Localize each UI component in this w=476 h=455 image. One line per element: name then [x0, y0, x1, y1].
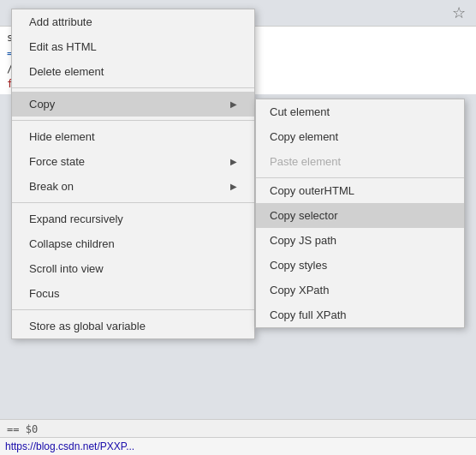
menu-item-cut-element[interactable]: Cut element	[256, 99, 464, 124]
menu-separator-4	[12, 309, 254, 310]
menu-item-break-on[interactable]: Break on ▶	[12, 174, 254, 199]
menu-separator-3	[12, 202, 254, 203]
menu-separator-2	[12, 120, 254, 121]
force-state-arrow-icon: ▶	[230, 157, 237, 166]
menu-item-force-state[interactable]: Force state ▶	[12, 149, 254, 174]
copy-arrow-icon: ▶	[230, 99, 237, 109]
browser-background: ☆ s = / f Add attribute Edit as HTML Del…	[0, 0, 476, 455]
menu-item-delete-element[interactable]: Delete element	[12, 59, 254, 84]
devtools-bottom-bar: == $0	[0, 419, 476, 438]
menu-item-expand-recursively[interactable]: Expand recursively	[12, 207, 254, 231]
context-menu-right: Cut element Copy element Paste element C…	[255, 99, 465, 328]
menu-item-copy-outerhtml[interactable]: Copy outerHTML	[256, 177, 464, 203]
break-on-arrow-icon: ▶	[230, 182, 237, 191]
menu-item-scroll-into-view[interactable]: Scroll into view	[12, 256, 254, 281]
menu-item-copy-js-path[interactable]: Copy JS path	[256, 228, 464, 253]
menu-item-copy-full-xpath[interactable]: Copy full XPath	[256, 302, 464, 327]
menu-separator-1	[12, 87, 254, 88]
menu-item-copy-element[interactable]: Copy element	[256, 124, 464, 149]
menu-item-copy[interactable]: Copy ▶	[12, 92, 254, 117]
url-text: https://blog.csdn.net/PXXP...	[5, 440, 134, 452]
context-menu-left: Add attribute Edit as HTML Delete elemen…	[11, 9, 255, 339]
menu-item-hide-element[interactable]: Hide element	[12, 124, 254, 149]
menu-item-store-global[interactable]: Store as global variable	[12, 314, 254, 338]
menu-item-collapse-children[interactable]: Collapse children	[12, 231, 254, 256]
menu-item-add-attribute[interactable]: Add attribute	[12, 9, 254, 34]
menu-item-copy-selector[interactable]: Copy selector	[256, 203, 464, 228]
url-bar: https://blog.csdn.net/PXXP...	[0, 437, 476, 455]
devtools-expression: == $0	[7, 423, 38, 435]
menu-item-edit-html[interactable]: Edit as HTML	[12, 34, 254, 59]
star-icon[interactable]: ☆	[452, 3, 466, 22]
menu-item-copy-xpath[interactable]: Copy XPath	[256, 278, 464, 302]
menu-item-focus[interactable]: Focus	[12, 281, 254, 306]
menu-item-copy-styles[interactable]: Copy styles	[256, 253, 464, 278]
menu-item-paste-element[interactable]: Paste element	[256, 149, 464, 174]
